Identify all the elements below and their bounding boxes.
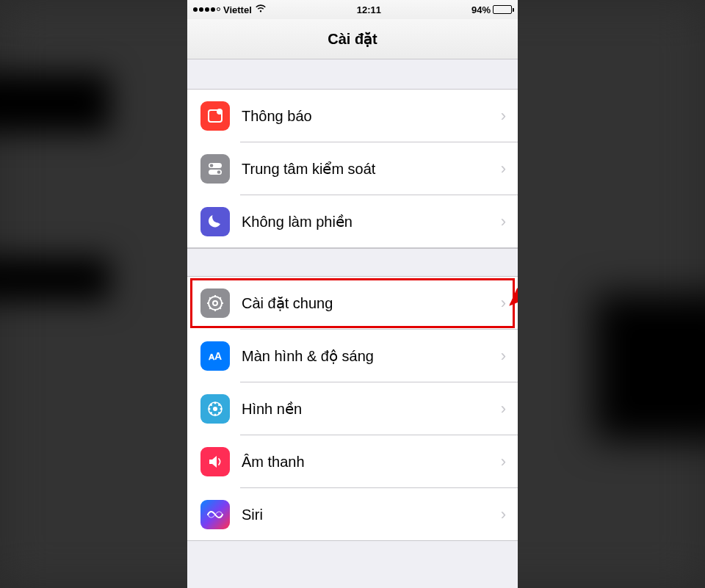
wifi-icon xyxy=(255,4,267,15)
nav-header: Cài đặt xyxy=(187,19,518,59)
control-center-icon xyxy=(200,154,230,184)
section-spacer xyxy=(187,248,518,276)
svg-line-15 xyxy=(220,297,220,298)
row-sound[interactable]: Âm thanh › xyxy=(187,435,518,488)
svg-point-19 xyxy=(214,402,217,404)
svg-point-20 xyxy=(214,414,217,416)
chevron-right-icon: › xyxy=(501,452,506,471)
svg-line-13 xyxy=(220,308,220,308)
chevron-right-icon: › xyxy=(501,346,506,366)
row-control-center[interactable]: Trung tâm kiểm soát › xyxy=(187,142,518,195)
status-time: 12:11 xyxy=(357,4,381,15)
svg-point-21 xyxy=(209,408,211,410)
page-title: Cài đặt xyxy=(328,30,377,48)
svg-point-1 xyxy=(217,109,223,115)
row-label: Thông báo xyxy=(242,108,501,125)
svg-point-23 xyxy=(210,404,212,406)
chevron-right-icon: › xyxy=(501,106,506,126)
wallpaper-icon xyxy=(200,394,230,424)
status-right: 94% xyxy=(471,4,512,15)
carrier-label: Viettel xyxy=(223,4,252,15)
section-spacer xyxy=(187,59,518,89)
status-bar: Viettel 12:11 94% xyxy=(187,0,518,19)
row-label: Âm thanh xyxy=(242,454,501,471)
settings-group-1: Thông báo › Trung tâm kiểm soát › Không … xyxy=(187,89,518,248)
chevron-right-icon: › xyxy=(501,212,506,231)
chevron-right-icon: › xyxy=(501,505,506,524)
svg-point-6 xyxy=(209,297,222,310)
background-blur-shape xyxy=(0,257,110,301)
battery-icon xyxy=(493,5,512,14)
row-label: Màn hình & độ sáng xyxy=(242,347,501,365)
row-label: Siri xyxy=(242,507,501,523)
svg-point-24 xyxy=(218,412,220,414)
row-display-brightness[interactable]: ᴀA Màn hình & độ sáng › xyxy=(187,330,518,382)
row-label: Trung tâm kiểm soát xyxy=(242,160,501,178)
row-siri[interactable]: Siri › xyxy=(187,488,518,541)
svg-text:ᴀA: ᴀA xyxy=(209,350,222,362)
row-wallpaper[interactable]: Hình nền › xyxy=(187,382,518,435)
row-label: Hình nền xyxy=(242,400,501,418)
svg-point-7 xyxy=(213,301,217,305)
svg-line-12 xyxy=(209,297,210,298)
sound-icon xyxy=(200,447,230,476)
settings-group-2: Cài đặt chung › ᴀA Màn hình & độ sáng › … xyxy=(187,276,518,541)
background-blur-shape xyxy=(595,294,705,440)
chevron-right-icon: › xyxy=(501,294,506,313)
row-label: Cài đặt chung xyxy=(242,294,501,312)
battery-percent: 94% xyxy=(471,4,491,15)
phone-screen: Viettel 12:11 94% Cài đặt Thông báo › xyxy=(187,0,518,588)
chevron-right-icon: › xyxy=(501,399,506,418)
general-icon xyxy=(200,288,230,318)
signal-strength-icon xyxy=(193,7,220,12)
svg-point-18 xyxy=(213,407,217,411)
svg-point-22 xyxy=(220,408,223,410)
svg-point-3 xyxy=(210,164,214,167)
do-not-disturb-icon xyxy=(200,207,230,236)
chevron-right-icon: › xyxy=(501,159,506,178)
svg-point-25 xyxy=(210,412,212,414)
row-notifications[interactable]: Thông báo › xyxy=(187,90,518,142)
svg-point-5 xyxy=(217,170,221,174)
status-left: Viettel xyxy=(193,4,267,15)
svg-point-26 xyxy=(218,404,220,406)
display-icon: ᴀA xyxy=(200,341,230,371)
row-label: Không làm phiền xyxy=(242,213,501,231)
row-general[interactable]: Cài đặt chung › xyxy=(187,277,518,330)
row-do-not-disturb[interactable]: Không làm phiền › xyxy=(187,195,518,248)
svg-line-14 xyxy=(209,308,210,308)
notification-icon xyxy=(200,101,230,131)
siri-icon xyxy=(200,500,230,529)
background-blur-shape xyxy=(0,73,110,132)
